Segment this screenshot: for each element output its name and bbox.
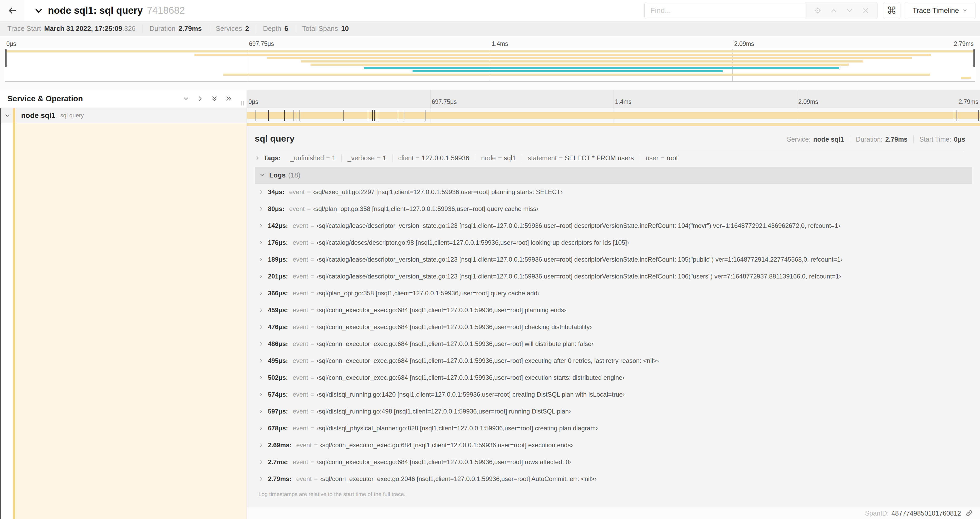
log-expand-chevron-icon[interactable] [258, 392, 264, 397]
span-collapse-chevron-icon[interactable] [4, 112, 11, 119]
find-prev-icon[interactable] [830, 6, 838, 14]
log-expand-chevron-icon[interactable] [258, 459, 264, 465]
log-field-key: event [293, 239, 308, 246]
tag-key: statement [528, 154, 557, 162]
back-button[interactable] [0, 0, 25, 21]
log-marker[interactable] [978, 110, 979, 121]
log-field-key: event [293, 289, 308, 297]
log-row[interactable]: 2.69ms: event = ‹sql/conn_executor_exec.… [255, 437, 972, 454]
log-expand-chevron-icon[interactable] [258, 240, 264, 245]
log-row[interactable]: 459μs: event = ‹sql/conn_executor_exec.g… [255, 302, 972, 319]
log-expand-chevron-icon[interactable] [258, 308, 264, 313]
view-selector-label: Trace Timeline [913, 6, 959, 15]
log-row[interactable]: 142μs: event = ‹sql/catalog/lease/descri… [255, 217, 972, 234]
log-expand-chevron-icon[interactable] [258, 274, 264, 279]
minimap-range-handle-left[interactable] [5, 50, 6, 67]
log-equals: = [307, 188, 310, 196]
meta-label: Service: [787, 136, 811, 143]
log-marker[interactable] [377, 110, 377, 121]
collapse-one-icon[interactable] [182, 95, 190, 102]
log-row[interactable]: 176μs: event = ‹sql/catalog/descs/descri… [255, 234, 972, 251]
log-marker[interactable] [954, 110, 954, 121]
expand-all-icon[interactable] [225, 95, 232, 102]
collapse-trace-chevron-icon[interactable] [34, 6, 43, 15]
log-marker[interactable] [398, 110, 398, 121]
log-expand-chevron-icon[interactable] [258, 223, 264, 228]
deep-link-icon[interactable] [965, 509, 973, 517]
log-row[interactable]: 476μs: event = ‹sql/conn_executor_exec.g… [255, 319, 972, 335]
tags-expand-chevron-icon[interactable] [255, 155, 261, 161]
span-duration-bar[interactable] [247, 112, 980, 119]
log-marker[interactable] [374, 110, 375, 121]
log-row[interactable]: 574μs: event = ‹sql/distsql_running.go:1… [255, 386, 972, 403]
log-expand-chevron-icon[interactable] [258, 426, 264, 431]
ruler-tick-label: 1.4ms [615, 98, 632, 105]
log-expand-chevron-icon[interactable] [258, 257, 264, 262]
minimap-axis-tick: 0μs [6, 40, 16, 48]
log-equals: = [310, 307, 314, 314]
log-marker[interactable] [425, 110, 425, 121]
logs-header[interactable]: Logs (18) [255, 167, 972, 184]
timeline-minimap: 0μs 697.75μs 1.4ms 2.09ms 2.79ms [0, 36, 980, 85]
vertical-scrollbar[interactable] [0, 108, 1, 519]
log-marker[interactable] [379, 110, 379, 121]
log-expand-chevron-icon[interactable] [258, 189, 264, 195]
collapse-all-icon[interactable] [211, 95, 218, 102]
log-marker[interactable] [293, 110, 293, 121]
find-next-icon[interactable] [846, 6, 854, 14]
log-field-value: ‹sql/distsql_running.go:498 [nsql1,clien… [317, 408, 571, 415]
timeline-ruler: 0μs 697.75μs 1.4ms 2.09ms 2.79ms [247, 89, 980, 108]
minimap-span-bar [223, 73, 930, 76]
log-row[interactable]: 2.7ms: event = ‹sql/conn_executor_exec.g… [255, 454, 972, 471]
tags-row[interactable]: Tags: _unfinished=1 _verbose=1 client=12… [255, 150, 972, 166]
log-row[interactable]: 34μs: event = ‹sql/exec_util.go:2297 [ns… [255, 184, 972, 200]
log-marker[interactable] [372, 110, 373, 121]
log-marker[interactable] [956, 110, 957, 121]
log-equals: = [314, 475, 318, 482]
log-expand-chevron-icon[interactable] [258, 358, 264, 363]
log-marker[interactable] [297, 110, 297, 121]
log-expand-chevron-icon[interactable] [258, 476, 264, 482]
command-icon: ⌘ [887, 5, 896, 16]
log-expand-chevron-icon[interactable] [258, 442, 264, 448]
ruler-tick-label: 697.75μs [432, 98, 457, 105]
log-marker[interactable] [284, 110, 285, 121]
span-row-name-cell[interactable]: node sql1 sql query [0, 108, 247, 123]
log-timestamp: 502μs: [268, 374, 288, 381]
logs-collapse-chevron-icon[interactable] [259, 172, 266, 178]
find-input[interactable] [644, 2, 806, 19]
clear-find-icon[interactable] [862, 6, 870, 14]
log-marker[interactable] [368, 110, 368, 121]
log-marker[interactable] [256, 110, 256, 121]
log-marker[interactable] [299, 110, 300, 121]
log-row[interactable]: 189μs: event = ‹sql/catalog/lease/descri… [255, 251, 972, 268]
log-row[interactable]: 201μs: event = ‹sql/catalog/lease/descri… [255, 268, 972, 285]
expand-one-icon[interactable] [197, 95, 204, 102]
log-expand-chevron-icon[interactable] [258, 409, 264, 414]
service-operation-title: Service & Operation [7, 94, 83, 103]
log-marker[interactable] [268, 110, 269, 121]
log-row[interactable]: 597μs: event = ‹sql/distsql_running.go:4… [255, 403, 972, 420]
minimap-range-handle-right[interactable] [974, 50, 975, 67]
log-row[interactable]: 495μs: event = ‹sql/conn_executor_exec.g… [255, 352, 972, 369]
log-row[interactable]: 80μs: event = ‹sql/plan_opt.go:358 [nsql… [255, 200, 972, 217]
log-expand-chevron-icon[interactable] [258, 291, 264, 296]
view-selector-button[interactable]: Trace Timeline [905, 2, 976, 19]
log-marker[interactable] [404, 110, 404, 121]
log-row[interactable]: 678μs: event = ‹sql/distsql_physical_pla… [255, 420, 972, 437]
log-row[interactable]: 366μs: event = ‹sql/plan_opt.go:358 [nsq… [255, 285, 972, 302]
locate-icon[interactable] [814, 6, 822, 14]
log-row[interactable]: 486μs: event = ‹sql/conn_executor_exec.g… [255, 335, 972, 352]
keyboard-shortcuts-button[interactable]: ⌘ [883, 2, 900, 19]
log-row[interactable]: 2.79ms: event = ‹sql/conn_executor_exec.… [255, 471, 972, 487]
column-resize-handle[interactable] [241, 101, 244, 105]
span-row-bar-cell[interactable] [247, 108, 980, 123]
log-expand-chevron-icon[interactable] [258, 324, 264, 330]
minimap-canvas[interactable] [5, 49, 975, 81]
log-expand-chevron-icon[interactable] [258, 206, 264, 211]
log-expand-chevron-icon[interactable] [258, 341, 264, 347]
log-row[interactable]: 502μs: event = ‹sql/conn_executor_exec.g… [255, 369, 972, 386]
detail-left-column [0, 123, 247, 519]
log-expand-chevron-icon[interactable] [258, 375, 264, 380]
log-marker[interactable] [343, 110, 344, 121]
